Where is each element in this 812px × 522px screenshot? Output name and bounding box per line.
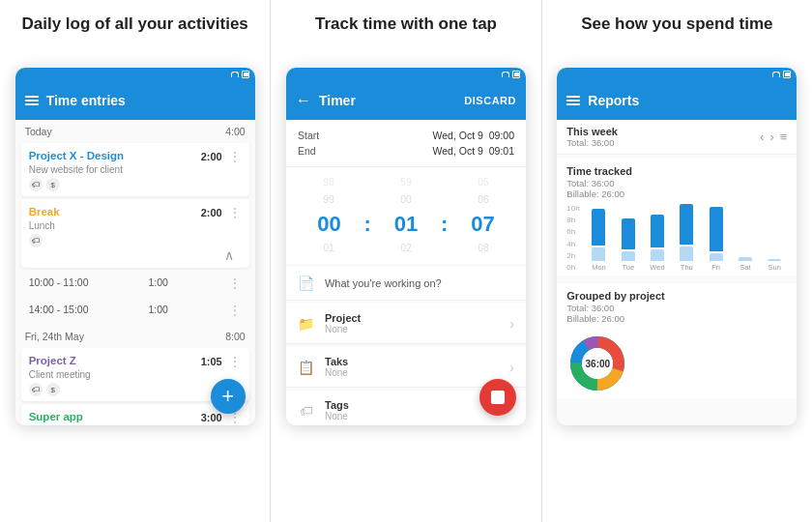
colon-2: : bbox=[435, 210, 454, 239]
donut-center-text: 36:00 bbox=[586, 359, 611, 369]
day-header-fri: Fri, 24th May 8:00 bbox=[15, 325, 255, 345]
bar-wed-light bbox=[651, 249, 664, 261]
app-bar-title-2: Timer bbox=[319, 93, 456, 108]
entry-dots-2[interactable]: ⋮ bbox=[228, 206, 242, 219]
timer-active-row: 00 : 01 : 07 bbox=[300, 210, 511, 239]
prev-week-button[interactable]: ‹ bbox=[760, 130, 764, 144]
timer-start-end: Start Wed, Oct 9 09:00 End Wed, Oct 9 09… bbox=[286, 120, 526, 167]
status-bar-2 bbox=[286, 68, 526, 81]
timer-end-row: End Wed, Oct 9 09:01 bbox=[298, 143, 514, 159]
app-bar-3: Reports bbox=[557, 81, 797, 120]
wifi-icon-3 bbox=[772, 72, 780, 77]
day-header-today: Today 4:00 bbox=[15, 120, 255, 140]
fab-button[interactable]: + bbox=[211, 379, 246, 414]
phone-1: Time entries Today 4:00 Project X - Desi… bbox=[15, 68, 255, 425]
bar-wed: Wed bbox=[645, 215, 670, 272]
status-icons-3 bbox=[772, 71, 791, 78]
donut-area: 36:00 bbox=[566, 329, 787, 394]
bar-thu-solid bbox=[680, 204, 693, 245]
status-icons-1 bbox=[231, 71, 249, 78]
status-bar-3 bbox=[557, 68, 797, 81]
panel-1-title: Daily log of all your activities bbox=[22, 14, 248, 56]
stop-button[interactable] bbox=[479, 379, 516, 416]
bar-fri: Fri bbox=[703, 207, 728, 272]
bar-mon: Mon bbox=[586, 209, 611, 272]
tag-icon-3: 🏷 bbox=[29, 383, 43, 396]
entry-tags-2: 🏷 bbox=[29, 234, 242, 247]
scroll-top-row: 98 59 05 bbox=[286, 173, 526, 190]
wifi-icon bbox=[231, 72, 239, 77]
hamburger-icon-1[interactable] bbox=[25, 96, 39, 105]
wifi-icon-2 bbox=[502, 72, 509, 77]
chevron-task: › bbox=[509, 360, 514, 375]
bar-wed-solid bbox=[651, 215, 664, 247]
status-bar-1 bbox=[15, 68, 255, 81]
week-label: This week Total: 36:00 bbox=[566, 126, 760, 148]
dollar-icon-2: $ bbox=[46, 383, 60, 396]
chevron-project: › bbox=[509, 316, 514, 332]
panel-3-title: See how you spend time bbox=[581, 14, 772, 56]
sub-entry-2[interactable]: 14:00 - 15:00 1:00 ⋮ bbox=[21, 298, 249, 323]
description-icon: 📄 bbox=[298, 276, 315, 291]
next-week-button[interactable]: › bbox=[769, 130, 773, 144]
week-nav: ‹ › ≡ bbox=[760, 130, 787, 144]
stop-square-icon bbox=[491, 391, 505, 404]
entry-project-x[interactable]: Project X - Design 2:00 ⋮ New website fo… bbox=[21, 143, 249, 196]
hamburger-icon-3[interactable] bbox=[566, 96, 580, 105]
app-bar-1: Time entries bbox=[15, 81, 255, 120]
app-bar-title-1: Time entries bbox=[46, 93, 246, 108]
task-icon: 📋 bbox=[298, 360, 315, 375]
grouped-section: Grouped by project Total: 36:00 Billable… bbox=[557, 283, 797, 398]
entry-dots-1[interactable]: ⋮ bbox=[228, 150, 242, 163]
bar-tue: Tue bbox=[616, 218, 641, 272]
entry-tags-1: 🏷 $ bbox=[29, 178, 242, 191]
app-container: Daily log of all your activities Time en… bbox=[0, 0, 812, 522]
timer-start-row: Start Wed, Oct 9 09:00 bbox=[298, 128, 514, 143]
timer-scroll: 98 59 05 99 00 06 00 bbox=[286, 167, 526, 264]
bar-chart: 10h 8h 6h 4h 2h 0h Mon bbox=[566, 204, 787, 272]
bar-sat-light bbox=[739, 257, 752, 261]
entry-dots-3[interactable]: ⋮ bbox=[228, 355, 242, 368]
scroll-mid-row: 99 00 06 bbox=[286, 190, 526, 208]
bar-mon-solid bbox=[592, 209, 605, 246]
colon-1: : bbox=[358, 210, 377, 239]
time-tracked-section: Time tracked Total: 36:00 Billable: 26:0… bbox=[557, 159, 797, 276]
panel-timer: Track time with one tap ← Timer DISCARD bbox=[271, 0, 541, 522]
filter-icon[interactable]: ≡ bbox=[780, 130, 788, 144]
bar-fri-light bbox=[710, 253, 723, 261]
y-axis: 10h 8h 6h 4h 2h 0h bbox=[566, 204, 579, 272]
discard-button[interactable]: DISCARD bbox=[464, 95, 516, 106]
app-bar-2: ← Timer DISCARD bbox=[286, 81, 526, 120]
panel-daily-log: Daily log of all your activities Time en… bbox=[0, 0, 271, 522]
timer-field-description[interactable]: 📄 What you're working on? bbox=[286, 267, 526, 301]
battery-icon bbox=[242, 71, 249, 78]
bar-tue-light bbox=[622, 251, 635, 261]
bar-tue-solid bbox=[622, 218, 635, 249]
bar-fri-solid bbox=[710, 207, 723, 251]
report-week-bar: This week Total: 36:00 ‹ › ≡ bbox=[557, 120, 797, 155]
bar-sat: Sat bbox=[733, 257, 758, 272]
bar-thu-light bbox=[680, 246, 693, 261]
tag-icon-2: 🏷 bbox=[29, 234, 43, 247]
app-bar-title-3: Reports bbox=[588, 93, 787, 108]
project-icon: 📁 bbox=[298, 316, 315, 332]
sub-entry-1[interactable]: 10:00 - 11:00 1:00 ⋮ bbox=[21, 271, 249, 296]
reports-content: This week Total: 36:00 ‹ › ≡ Time tracke… bbox=[557, 120, 797, 425]
panel-2-title: Track time with one tap bbox=[315, 14, 497, 56]
donut-chart: 36:00 bbox=[566, 333, 628, 394]
timer-field-project[interactable]: 📁 Project None › bbox=[286, 304, 526, 344]
entries-content: Today 4:00 Project X - Design 2:00 ⋮ New… bbox=[15, 120, 255, 425]
back-arrow-icon[interactable]: ← bbox=[296, 92, 311, 109]
status-icons-2 bbox=[502, 71, 520, 78]
phone-2: ← Timer DISCARD Start Wed, Oct 9 09:00 E… bbox=[286, 68, 526, 425]
battery-icon-2 bbox=[512, 71, 520, 78]
dollar-icon-1: $ bbox=[46, 178, 60, 191]
scroll-bot1-row: 01 02 08 bbox=[286, 239, 526, 256]
entry-break[interactable]: Break 2:00 ⋮ Lunch 🏷 ∧ bbox=[21, 199, 249, 268]
entry-tags-3: 🏷 $ bbox=[29, 383, 242, 396]
collapse-icon[interactable]: ∧ bbox=[29, 247, 242, 263]
tag-icon-1: 🏷 bbox=[29, 178, 43, 191]
tags-icon: 🏷 bbox=[298, 403, 315, 419]
bar-mon-light bbox=[592, 247, 605, 261]
bar-sun-light bbox=[768, 259, 781, 261]
